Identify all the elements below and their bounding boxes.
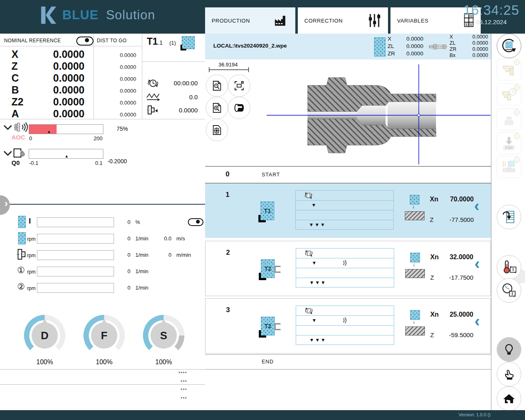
bulb-icon — [503, 343, 515, 356]
gauge-f-percent: 100% — [83, 358, 126, 366]
q0-label: Q0 — [11, 159, 20, 166]
tool-icon — [182, 36, 195, 49]
motor-1-icon: ① — [17, 265, 25, 275]
svg-text:F: F — [101, 329, 107, 342]
aoc-slider[interactable]: ▲ — [29, 124, 103, 134]
step1-xn-value: 70.0000 — [450, 196, 474, 203]
axis-row-z2: Z2 0.0000 0.0000 — [0, 96, 142, 107]
aoc-slider-marker: ▲ — [47, 129, 51, 134]
zoom-in-button[interactable] — [206, 97, 228, 119]
press-button[interactable]: i — [497, 108, 521, 130]
step2-expand-chevron[interactable]: ‹ — [475, 256, 480, 272]
zoom-out-button[interactable] — [206, 75, 228, 97]
override-row-spindle: rpm 0 1/min 0.0 m/s — [0, 234, 205, 245]
program-file-path: LOCAL:\tvs20240920_2.wpe — [213, 43, 287, 49]
divider — [142, 62, 205, 62]
svg-text:I: I — [513, 267, 514, 272]
override-input-motor2[interactable] — [37, 283, 114, 293]
step3-expand-chevron[interactable]: ‹ — [475, 313, 480, 329]
chevron-down-icon[interactable] — [3, 125, 12, 130]
cycle-time-row: 00:00:00 — [146, 77, 203, 89]
end-label: END — [262, 359, 274, 365]
light-button[interactable] — [497, 337, 521, 362]
reference-toggle[interactable] — [76, 37, 94, 46]
goto-line-button[interactable] — [497, 205, 521, 229]
rotate-workpiece-icon — [304, 249, 313, 258]
q0-min: -0.1 — [29, 160, 38, 166]
override-row-tool-spindle: rpm 0 1/min 0 m/min — [0, 250, 205, 262]
rapid-triangles-icon: ▼▼▼ — [309, 280, 326, 285]
override-input-spindle[interactable] — [37, 234, 114, 244]
step1-expand-chevron[interactable]: ‹ — [474, 198, 479, 214]
tab-correction[interactable]: CORRECTION — [298, 7, 388, 34]
q0-value: -0.2000 — [107, 158, 127, 164]
workpiece-preview: 36.9194 — [205, 59, 491, 166]
feed-rate-row: 0.0 — [146, 91, 203, 103]
motor-2-icon: ② — [17, 282, 25, 292]
tool-spindle-icon — [16, 249, 28, 260]
action-sidebar: i i i i — [492, 34, 525, 410]
doc-zoom-in-icon — [212, 103, 222, 113]
axis-row-z: Z 0.0000 0.0000 — [0, 60, 142, 72]
center-view-icon — [212, 125, 222, 135]
press-icon — [501, 111, 517, 128]
program-step-end[interactable]: END — [205, 354, 491, 370]
tool-name: T1 — [147, 36, 158, 47]
end-block-icon: END — [501, 135, 517, 151]
step2-xn-value: 32.0000 — [450, 253, 473, 261]
aoc-icon — [14, 121, 29, 133]
aoc-min: 0 — [29, 135, 32, 142]
cylinder-view-button[interactable] — [228, 97, 250, 119]
chevron-down-icon[interactable] — [3, 151, 12, 156]
aoc-label: AOC — [11, 134, 25, 141]
rapid-triangles-icon: ▼▼▼ — [309, 337, 326, 343]
tool-count: (1) — [169, 40, 176, 46]
hand-icon — [502, 368, 516, 381]
program-area: LOCAL:\tvs20240920_2.wpe X 0.0000 ZL 0.0… — [205, 34, 491, 410]
override-row-coolant: I 0 % — [0, 217, 205, 229]
program-step-2[interactable]: 2 T2 ▼ — [205, 241, 491, 296]
vibration-check-button[interactable]: i — [497, 156, 521, 178]
step3-z-value: -59.5000 — [449, 331, 473, 338]
top-bar: BLUE Solution PRODUCTION CORRECTION — [0, 0, 525, 34]
svg-text:S: S — [160, 329, 167, 342]
axis-row-x: X 0.0000 0.0000 — [0, 48, 142, 60]
divider — [0, 204, 205, 205]
side-drawer-handle[interactable]: › — [0, 195, 10, 215]
tab-production[interactable]: PRODUCTION — [205, 7, 295, 34]
brand-logo: BLUE Solution — [41, 7, 155, 24]
override-input-tool-spindle[interactable] — [37, 250, 114, 260]
measure-caliper-button[interactable]: i — [497, 58, 521, 80]
cycle-restart-button[interactable] — [497, 34, 521, 58]
down-arrow-icon: ↓ — [412, 204, 415, 210]
program-step-start[interactable]: 0 START — [205, 166, 491, 183]
q0-slider[interactable]: ▲ — [29, 149, 103, 159]
warmup-cycle-button[interactable]: I — [497, 255, 521, 280]
q0-icon — [13, 148, 26, 159]
timed-cycle-button[interactable]: I — [497, 278, 521, 303]
date-display: 06.12.2024 — [463, 18, 519, 25]
center-view-button[interactable] — [206, 119, 228, 141]
start-label: START — [262, 172, 280, 178]
move-to-end-button[interactable]: i END — [497, 132, 521, 154]
manual-mode-button[interactable] — [497, 362, 521, 386]
override-input-coolant[interactable] — [37, 217, 114, 227]
override-input-motor1[interactable] — [37, 267, 114, 276]
down-arrow-icon: ↓ — [413, 319, 415, 325]
toggle-knob — [85, 38, 89, 42]
axis-row-a: A 0.0000 0.0000 — [0, 108, 142, 119]
svg-text:I: I — [512, 292, 513, 296]
divider — [0, 369, 205, 370]
caliper-icon — [501, 61, 517, 78]
gauge-d-percent: 100% — [23, 358, 66, 366]
axis-row-c: C 0.0000 0.0000 — [0, 72, 142, 84]
program-step-3[interactable]: 3 T2 ▼ — [205, 298, 491, 354]
home-button[interactable] — [497, 386, 521, 411]
fit-view-button[interactable] — [228, 75, 250, 97]
tool-corner-mark — [180, 45, 186, 50]
k-logo-icon — [41, 7, 57, 24]
cylinder-view-icon — [234, 103, 244, 113]
version-label: Version: 1.0.0 () — [459, 412, 491, 417]
measure-timer-button[interactable]: i — [497, 83, 521, 105]
program-step-1[interactable]: 1 T1 ▼ ▼▼▼ — [205, 183, 491, 238]
